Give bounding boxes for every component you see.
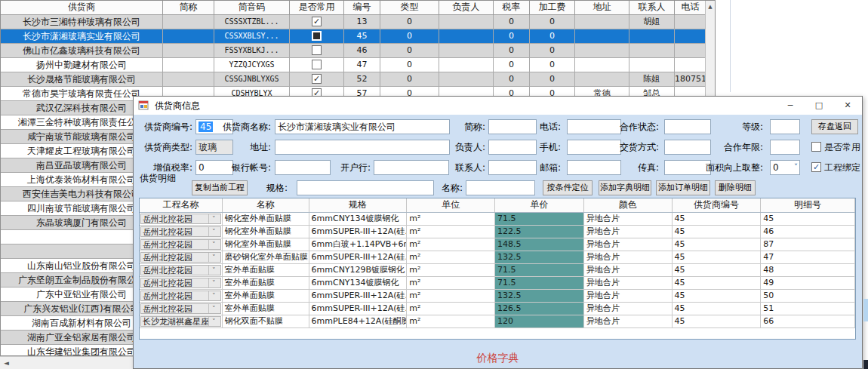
detail-cell[interactable]: 异地合片 [584, 213, 673, 226]
supplier-cell[interactable]: 0 [530, 58, 575, 72]
supplier-cell[interactable] [163, 44, 214, 58]
supplier-cell[interactable]: ✓ [290, 15, 344, 29]
detail-cell[interactable]: 异地合片 [584, 277, 673, 290]
supplier-cell[interactable] [439, 72, 494, 87]
detail-cell[interactable]: 45 [673, 277, 762, 290]
supplier-cell[interactable]: 0 [380, 72, 439, 87]
common-checkbox[interactable]: 是否常用 [811, 140, 860, 155]
detail-row[interactable]: 长沙龙湖祺鑫星座˅钢化双面不贴膜6mmPLE84+12A(硅酮胶...m²120… [140, 315, 855, 328]
detail-cell[interactable]: m² [407, 303, 495, 315]
checkbox-unchecked-icon[interactable] [312, 45, 322, 55]
supplier-row[interactable]: 长沙市潇湘玻璃实业有限公司CSSXXBLSY...45000 [1, 29, 715, 44]
column-header[interactable]: 编号 [344, 1, 380, 14]
detail-row[interactable]: 岳州北控花园˅磨砂钢化室外单面贴膜6mmSUPER-III+12A(硅...m²… [140, 251, 855, 264]
detail-cell[interactable]: 51 [761, 303, 855, 315]
detail-row[interactable]: 岳州北控花园˅室外单面贴膜6mmSUPER-III+12A(硅...m²132.… [140, 290, 855, 303]
chevron-down-icon[interactable]: ˅ [208, 240, 219, 249]
detail-cell[interactable]: 6mmSUPER-III+12A(硅... [309, 226, 408, 238]
supplier-row[interactable]: 长沙市三湘特种玻璃有限公司CSSSXTZBL...✓13000胡姐 [1, 15, 715, 29]
supplier-cell[interactable] [290, 29, 344, 44]
supplier-cell[interactable] [163, 58, 214, 72]
supplier-cell[interactable]: 0 [530, 15, 575, 29]
supplier-cell[interactable]: FSSYXBLKJ... [214, 44, 290, 58]
supplier-cell[interactable]: 长沙市三湘特种玻璃有限公司 [1, 15, 163, 29]
supplier-cell[interactable]: 0 [530, 44, 575, 58]
detail-cell[interactable]: 钢化室外单面贴膜 [223, 238, 309, 251]
contact-input[interactable] [488, 160, 537, 175]
coop-years-input[interactable] [770, 140, 800, 155]
supplier-cell[interactable]: 胡姐 [629, 15, 675, 29]
detail-cell[interactable]: 异地合片 [584, 226, 673, 238]
bank-account-input[interactable] [275, 160, 331, 175]
supplier-cell[interactable] [163, 15, 214, 29]
save-return-button[interactable]: 存盘返回 [811, 119, 858, 134]
supplier-cell[interactable]: 长沙晟格节能玻璃有限公司 [1, 72, 163, 87]
detail-cell[interactable]: 6mmCNY134镀膜钢化 [309, 277, 408, 290]
supplier-cell[interactable] [290, 44, 344, 58]
supplier-cell[interactable]: 46 [344, 44, 380, 58]
column-header[interactable]: 名称 [223, 198, 309, 212]
detail-cell[interactable]: 132.5 [495, 290, 584, 303]
column-header[interactable]: 负责人 [439, 1, 494, 14]
checkbox-checked-icon[interactable]: ✓ [312, 17, 322, 26]
detail-cell[interactable]: 钢化双面不贴膜 [223, 315, 309, 328]
detail-cell[interactable]: m² [407, 315, 495, 328]
detail-cell[interactable]: 45 [673, 315, 762, 328]
detail-cell[interactable]: 异地合片 [584, 238, 673, 251]
supplier-cell[interactable]: 0 [494, 44, 530, 58]
detail-cell[interactable]: 钢化室外单面贴膜 [223, 213, 309, 226]
supplier-cell[interactable]: CSSGJNBLYXGS [214, 72, 290, 87]
detail-cell[interactable]: 45 [673, 251, 762, 264]
detail-cell[interactable]: 钢化室外单面贴膜 [223, 226, 309, 238]
spec-filter-input[interactable] [297, 180, 434, 195]
supplier-cell[interactable] [629, 29, 675, 44]
supplier-cell[interactable]: 0 [530, 29, 575, 44]
project-combobox[interactable]: 岳州北控花园˅ [140, 213, 223, 226]
column-header[interactable]: 供货商 [1, 1, 163, 14]
grade-input[interactable] [770, 119, 800, 134]
supplier-cell[interactable]: CSSXXBLSY... [214, 29, 290, 44]
supplier-cell[interactable] [163, 72, 214, 87]
checkbox-unchecked-icon[interactable] [312, 31, 322, 41]
round-up-combobox[interactable]: 0 ˅ [770, 160, 800, 175]
detail-row[interactable]: 岳州北控花园˅室外单面贴膜6mmSUPER-III+12A(硅...m²126.… [140, 303, 855, 315]
supplier-cell[interactable]: 0 [494, 15, 530, 29]
supplier-row[interactable]: 佛山市亿鑫玻璃科技有限公司FSSYXBLKJ...46000 [1, 44, 715, 58]
supplier-cell[interactable]: CSSSXTZBL... [214, 15, 290, 29]
detail-cell[interactable]: 室外单面贴膜 [223, 290, 309, 303]
detail-cell[interactable]: m² [407, 264, 495, 277]
detail-cell[interactable]: 6mmCNY129B镀膜钢化 [309, 264, 408, 277]
supplier-cell[interactable] [575, 58, 629, 72]
supplier-cell[interactable] [629, 58, 675, 72]
column-header[interactable]: 加工费 [530, 1, 575, 14]
scroll-up-icon[interactable]: ▲ [706, 1, 715, 13]
detail-row[interactable]: 岳州北控花园˅室外单面贴膜6mmCNY134镀膜钢化m²71.5异地合片4549 [140, 277, 855, 290]
close-icon[interactable]: ✕ [833, 97, 862, 115]
supplier-cell[interactable] [675, 58, 706, 72]
detail-row[interactable]: 岳州北控花园˅钢化室外单面贴膜6mm白玻+1.14PVB+6mm...m²148… [140, 238, 855, 251]
supplier-cell[interactable]: ✓ [290, 72, 344, 87]
add-order-detail-button[interactable]: 添加订单明细 [656, 180, 710, 195]
chevron-down-icon[interactable]: ˅ [208, 317, 219, 326]
detail-row[interactable]: 岳州北控花园˅钢化室外单面贴膜6mmCNY134镀膜钢化m²71.5异地合片45… [140, 213, 855, 226]
column-header[interactable]: 简音码 [214, 1, 290, 14]
detail-cell[interactable]: 120 [495, 315, 584, 328]
detail-cell[interactable]: 122.5 [495, 226, 584, 238]
detail-cell[interactable]: 45 [761, 213, 855, 226]
supplier-cell[interactable] [675, 29, 706, 44]
column-header[interactable]: 税率 [494, 1, 530, 14]
detail-cell[interactable]: 71.5 [495, 213, 584, 226]
supplier-name-input[interactable]: 长沙市潇湘玻璃实业有限公司 [275, 119, 450, 134]
supplier-cell[interactable]: 0 [530, 72, 575, 87]
supplier-cell[interactable]: 扬州中勤建材有限公司 [1, 58, 163, 72]
detail-cell[interactable]: 45 [673, 303, 762, 315]
checkbox-checked-icon[interactable]: ✓ [312, 74, 322, 84]
detail-cell[interactable]: 6mmSUPER-III+12A(硅... [309, 251, 408, 264]
column-header[interactable]: 单价 [495, 198, 584, 212]
project-combobox[interactable]: 岳州北控花园˅ [140, 303, 223, 315]
maximize-icon[interactable]: □ [805, 97, 833, 115]
detail-cell[interactable]: m² [407, 213, 495, 226]
project-combobox[interactable]: 岳州北控花园˅ [140, 226, 223, 238]
supplier-cell[interactable] [290, 58, 344, 72]
detail-cell[interactable]: 66 [761, 315, 855, 328]
